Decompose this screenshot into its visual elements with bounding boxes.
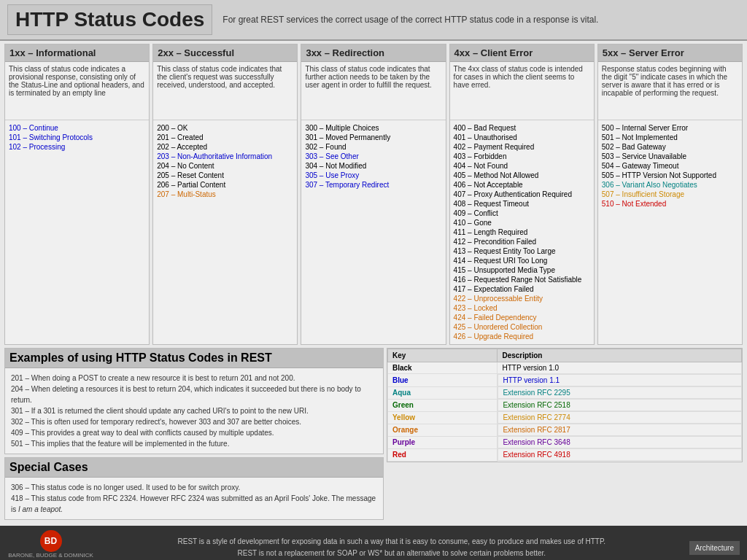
footer-right-label: Architecture [689, 541, 740, 555]
col-2xx-desc: This class of status code indicates that… [153, 62, 297, 120]
footer-line2: REST is not a replacement for SOAP or WS… [101, 548, 682, 559]
table-row: Black HTTP version 1.0 [388, 362, 742, 374]
company-name: BARONE, BUDGE & DOMINICK Business · Tech… [7, 552, 94, 560]
examples-box: Examples of using HTTP Status Codes in R… [4, 348, 384, 454]
key-col-header: Key [388, 349, 498, 362]
list-item: 300 – Multiple Choices [305, 123, 441, 133]
table-row: Purple Extension RFC 3648 [388, 436, 742, 448]
list-item: 401 – Unauthorised [454, 133, 590, 142]
list-item: 504 – Gateway Timeout [602, 161, 738, 171]
list-item: 417 – Expectation Failed [454, 284, 590, 294]
key-desc: Extension RFC 2774 [498, 411, 741, 424]
list-item: 501 – Not Implemented [602, 133, 738, 142]
list-item: 301 – Moved Permanently [305, 133, 441, 142]
table-row: Red Extension RFC 4918 [388, 448, 742, 461]
list-item: 503 – Service Unavailable [602, 152, 738, 161]
list-item: 501 – This implies that the feature will… [11, 438, 377, 449]
col-5xx-desc: Response status codes beginning with the… [598, 62, 742, 120]
key-label: Aqua [388, 386, 498, 399]
header-description: For great REST services the correct usag… [222, 15, 598, 25]
col-5xx-header: 5xx – Server Error [598, 44, 742, 62]
list-item: 510 – Not Extended [602, 199, 738, 209]
list-item: 206 – Partial Content [157, 180, 293, 190]
list-item: 201 – Created [157, 133, 293, 142]
col-4xx: 4xx – Client Error The 4xx class of stat… [449, 44, 595, 345]
list-item: 409 – Conflict [454, 209, 590, 218]
col-4xx-items: 400 – Bad Request 401 – Unauthorised 402… [450, 120, 594, 344]
list-item: 301 – If a 301 is returned the client sh… [11, 405, 377, 416]
list-item: 302 – This is often used for temporary r… [11, 416, 377, 427]
key-desc: Extension RFC 2518 [498, 399, 741, 411]
key-label: Black [388, 362, 498, 374]
footer: BD BARONE, BUDGE & DOMINICK Business · T… [0, 526, 747, 560]
list-item: 203 – Non-Authoritative Information [157, 152, 293, 161]
list-item: 200 – OK [157, 123, 293, 133]
list-item: 303 – See Other [305, 152, 441, 161]
list-item: 502 – Bad Gateway [602, 142, 738, 152]
footer-line1: REST is a style of development for expos… [101, 536, 682, 548]
list-item: 406 – Not Acceptable [454, 180, 590, 190]
list-item: 302 – Found [305, 142, 441, 152]
col-5xx: 5xx – Server Error Response status codes… [597, 44, 743, 345]
list-item: 411 – Length Required [454, 228, 590, 237]
list-item: 306 – Variant Also Negotiates [602, 180, 738, 190]
col-5xx-items: 500 – Internal Server Error 501 – Not Im… [598, 120, 742, 211]
col-3xx-header: 3xx – Redirection [301, 44, 445, 62]
list-item: 410 – Gone [454, 218, 590, 228]
col-2xx-header: 2xx – Successful [153, 44, 297, 62]
list-item: 102 – Processing [9, 142, 145, 152]
footer-center: REST is a style of development for expos… [101, 536, 682, 559]
key-table: Key Description Black HTTP version 1.0 B… [387, 348, 743, 462]
col-4xx-header: 4xx – Client Error [450, 44, 594, 62]
col-3xx: 3xx – Redirection This class of status c… [301, 44, 446, 345]
list-item: 415 – Unsupported Media Type [454, 265, 590, 275]
list-item: 403 – Forbidden [454, 152, 590, 161]
special-header: Special Cases [5, 458, 383, 478]
key-label: Yellow [388, 411, 498, 424]
key-desc: Extension RFC 2295 [498, 386, 741, 399]
list-item: 305 – Use Proxy [305, 171, 441, 180]
list-item: 201 – When doing a POST to create a new … [11, 373, 377, 384]
bottom-section: Examples of using HTTP Status Codes in R… [4, 348, 743, 520]
special-content: 306 – This status code is no longer used… [5, 478, 383, 519]
list-item: 409 – This provides a great way to deal … [11, 427, 377, 438]
list-item: 101 – Switching Protocols [9, 133, 145, 142]
col-1xx-items: 100 – Continue 101 – Switching Protocols… [5, 120, 149, 155]
page-title: HTTP Status Codes [7, 4, 212, 35]
list-item: 402 – Payment Required [454, 142, 590, 152]
table-row: Yellow Extension RFC 2774 [388, 411, 742, 424]
key-label: Green [388, 399, 498, 411]
key-label: Blue [388, 374, 498, 387]
key-label: Orange [388, 424, 498, 436]
list-item: 505 – HTTP Version Not Supported [602, 171, 738, 180]
list-item: 424 – Failed Dependency [454, 313, 590, 322]
list-item: 416 – Requested Range Not Satisfiable [454, 275, 590, 284]
table-row: Blue HTTP version 1.1 [388, 374, 742, 387]
col-2xx: 2xx – Successful This class of status co… [152, 44, 298, 345]
list-item: 400 – Bad Request [454, 123, 590, 133]
col-4xx-desc: The 4xx class of status code is intended… [450, 62, 594, 120]
list-item: 304 – Not Modified [305, 161, 441, 171]
col-1xx: 1xx – Informational This class of status… [4, 44, 150, 345]
list-item: 205 – Reset Content [157, 171, 293, 180]
logo-icon: BD [40, 530, 62, 552]
list-item: 407 – Proxy Authentication Required [454, 190, 590, 199]
list-item: 426 – Upgrade Required [454, 332, 590, 341]
desc-col-header: Description [498, 349, 742, 362]
main-content: 1xx – Informational This class of status… [0, 41, 747, 523]
list-item: 204 – When deleting a resources it is be… [11, 384, 377, 405]
list-item: 500 – Internal Server Error [602, 123, 738, 133]
examples-header: Examples of using HTTP Status Codes in R… [5, 349, 383, 368]
list-item: 405 – Method Not Allowed [454, 171, 590, 180]
list-item: 408 – Request Timeout [454, 199, 590, 209]
list-item: 207 – Multi-Status [157, 190, 293, 199]
key-desc: HTTP version 1.0 [498, 362, 742, 374]
examples-content: 201 – When doing a POST to create a new … [5, 368, 383, 454]
footer-logo: BD BARONE, BUDGE & DOMINICK Business · T… [7, 530, 94, 560]
col-3xx-desc: This class of status code indicates that… [301, 62, 445, 120]
list-item: 412 – Precondition Failed [454, 237, 590, 246]
list-item: 418 – This status code from RFC 2324. Ho… [11, 493, 377, 515]
list-item: 414 – Request URI Too Long [454, 256, 590, 265]
key-desc: Extension RFC 4918 [498, 448, 741, 461]
key-table-inner: Key Description Black HTTP version 1.0 B… [387, 349, 742, 462]
